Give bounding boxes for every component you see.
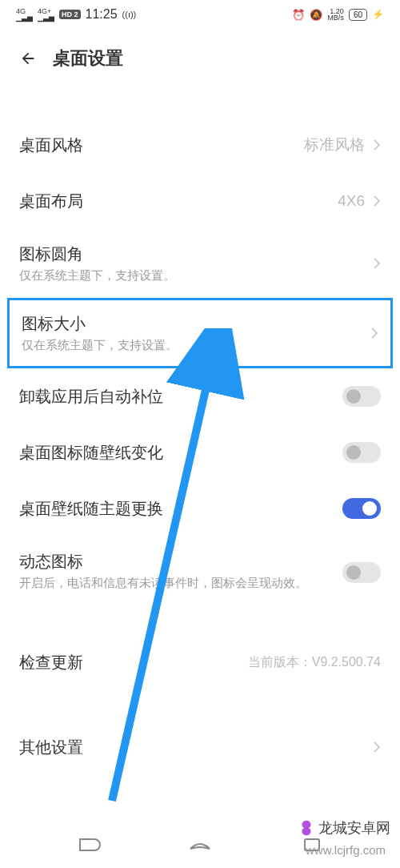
settings-content: 桌面风格 标准风格 桌面布局 4X6 图标圆角 仅在系统主题下，支持设置。 — [0, 85, 400, 775]
status-time: 11:25 — [86, 7, 118, 22]
wifi-hotspot-icon: ((ı)) — [122, 10, 137, 19]
row-icon-radius[interactable]: 图标圆角 仅在系统主题下，支持设置。 — [0, 229, 400, 298]
row-label: 桌面风格 — [19, 135, 304, 156]
chevron-right-icon — [373, 139, 381, 151]
highlight-box: 图标大小 仅在系统主题下，支持设置。 — [7, 298, 393, 368]
row-desc: 仅在系统主题下，支持设置。 — [19, 268, 373, 283]
row-label: 桌面图标随壁纸变化 — [19, 442, 342, 464]
toggle-icon-wallpaper[interactable] — [342, 442, 381, 463]
chevron-right-icon — [370, 327, 378, 340]
row-auto-fill[interactable]: 卸载应用后自动补位 — [0, 368, 400, 424]
nav-home-icon — [186, 836, 214, 854]
toggle-dynamic-icon[interactable] — [342, 562, 381, 583]
row-label: 动态图标 — [19, 551, 342, 573]
chevron-right-icon — [373, 741, 381, 753]
row-icon-wallpaper[interactable]: 桌面图标随壁纸变化 — [0, 424, 400, 480]
nav-home[interactable] — [186, 836, 214, 854]
row-label: 卸载应用后自动补位 — [19, 386, 342, 408]
back-arrow-icon — [19, 50, 37, 67]
row-desc: 开启后，电话和信息有未读事件时，图标会呈现动效。 — [19, 576, 342, 591]
chevron-right-icon — [373, 257, 381, 270]
row-label: 桌面布局 — [19, 191, 338, 212]
signal-2: 4G+▁▃▅ — [38, 8, 54, 21]
row-label: 其他设置 — [19, 737, 373, 758]
back-button[interactable] — [18, 48, 38, 69]
watermark-url: www.lcjrfg.com — [306, 843, 386, 857]
watermark-text: 龙城安卓网 — [318, 818, 390, 838]
row-wallpaper-theme[interactable]: 桌面壁纸随主题更换 — [0, 480, 400, 536]
alarm-icon: ⏰ — [292, 9, 305, 21]
status-left: 4G▁▃▅ 4G+▁▃▅ HD 2 11:25 ((ı)) — [16, 7, 136, 22]
row-value: 4X6 — [338, 192, 365, 210]
page-title: 桌面设置 — [53, 46, 123, 70]
nav-back[interactable] — [74, 836, 102, 854]
row-icon-size[interactable]: 图标大小 仅在系统主题下，支持设置。 — [10, 300, 390, 366]
battery-indicator: 60 — [349, 9, 367, 21]
row-desc: 仅在系统主题下，支持设置。 — [22, 338, 370, 353]
row-dynamic-icon[interactable]: 动态图标 开启后，电话和信息有未读事件时，图标会呈现动效。 — [0, 536, 400, 605]
row-desktop-layout[interactable]: 桌面布局 4X6 — [0, 173, 400, 229]
header: 桌面设置 — [0, 29, 400, 85]
toggle-wallpaper-theme[interactable] — [342, 498, 381, 519]
row-label: 桌面壁纸随主题更换 — [19, 498, 342, 520]
row-value: 当前版本：V9.2.500.74 — [248, 654, 381, 671]
row-check-update[interactable]: 检查更新 当前版本：V9.2.500.74 — [0, 634, 400, 690]
status-bar: 4G▁▃▅ 4G+▁▃▅ HD 2 11:25 ((ı)) ⏰ 🔕 1.20MB… — [0, 0, 400, 29]
nav-back-icon — [74, 836, 102, 854]
status-right: ⏰ 🔕 1.20MB/s 60 ⚡ — [292, 8, 384, 21]
signal-1: 4G▁▃▅ — [16, 8, 33, 21]
chevron-right-icon — [373, 195, 381, 207]
row-label: 图标圆角 — [19, 243, 373, 265]
row-label: 检查更新 — [19, 652, 248, 673]
toggle-auto-fill[interactable] — [342, 386, 381, 407]
mute-icon: 🔕 — [310, 9, 322, 21]
row-label: 图标大小 — [22, 313, 370, 335]
row-desktop-style[interactable]: 桌面风格 标准风格 — [0, 117, 400, 173]
row-value: 标准风格 — [304, 135, 365, 155]
row-other-settings[interactable]: 其他设置 — [0, 719, 400, 775]
net-speed: 1.20MB/s — [327, 8, 344, 21]
watermark-icon — [298, 819, 315, 837]
watermark: 龙城安卓网 — [298, 818, 390, 838]
charging-icon: ⚡ — [372, 9, 384, 20]
hd-badge: HD 2 — [59, 10, 81, 19]
